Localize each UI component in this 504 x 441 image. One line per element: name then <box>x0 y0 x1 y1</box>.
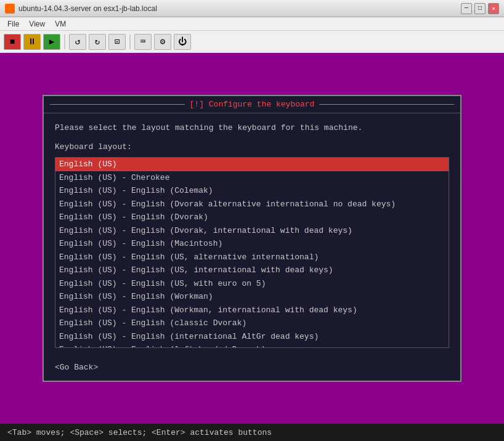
pause-button[interactable]: ⏸ <box>23 34 41 50</box>
go-back-button[interactable]: <Go Back> <box>55 363 98 372</box>
list-item[interactable]: English (US) - English (Colemak) <box>55 184 449 198</box>
list-item[interactable]: English (US) - English (Dvorak) <box>55 211 449 224</box>
toolbar-separator-2 <box>129 34 131 49</box>
list-item[interactable]: English (US) <box>55 158 449 171</box>
title-dash-left <box>50 104 185 105</box>
statusbar: <Tab> moves; <Space> selects; <Enter> ac… <box>0 424 504 441</box>
dialog-titlebar: [!] Configure the keyboard <box>44 96 460 113</box>
list-item[interactable]: English (US) - English (Dvorak, internat… <box>55 224 449 238</box>
send-ctrl-alt-del-button[interactable]: ⌨ <box>134 34 152 50</box>
list-item[interactable]: English (US) - English (international Al… <box>55 330 449 344</box>
menu-vm[interactable]: VM <box>50 18 71 30</box>
menu-file[interactable]: File <box>2 18 24 30</box>
app-icon <box>5 4 15 14</box>
toolbar-separator-1 <box>64 34 65 49</box>
titlebar: ubuntu-14.04.3-server on esx1-jb-lab.loc… <box>0 0 504 17</box>
window-controls: ─ □ ✕ <box>461 3 499 14</box>
list-item[interactable]: English (US) - English (US, with euro on… <box>55 277 449 291</box>
minimize-button[interactable]: ─ <box>461 3 472 14</box>
menu-view[interactable]: View <box>24 18 50 30</box>
keyboard-layout-list[interactable]: English (US)English (US) - CherokeeEngli… <box>55 157 449 348</box>
list-item[interactable]: English (US) - English (Dvorak alternati… <box>55 198 449 211</box>
window-title: ubuntu-14.04.3-server on esx1-jb-lab.loc… <box>18 4 461 13</box>
list-item[interactable]: English (US) - Cherokee <box>55 171 449 185</box>
list-item[interactable]: English (US) - English (Workman, interna… <box>55 304 449 317</box>
terminal-dialog: [!] Configure the keyboard Please select… <box>43 95 461 382</box>
list-item[interactable]: English (US) - English (Macintosh) <box>55 237 449 251</box>
title-dash-right <box>319 104 454 105</box>
list-item[interactable]: English (US) - English (US, internationa… <box>55 264 449 277</box>
dialog-description: Please select the layout matching the ke… <box>55 122 449 135</box>
main-area: [!] Configure the keyboard Please select… <box>0 53 504 424</box>
dialog-title: [!] Configure the keyboard <box>190 100 315 109</box>
close-button[interactable]: ✕ <box>488 3 499 14</box>
reset-button[interactable]: ↻ <box>89 34 106 50</box>
list-item[interactable]: English (US) - English (US, alternative … <box>55 251 449 264</box>
stop-button[interactable]: ■ <box>4 34 21 50</box>
maximize-button[interactable]: □ <box>474 3 486 14</box>
snapshot-button[interactable]: ⊡ <box>108 34 126 50</box>
dialog-footer: <Go Back> <box>44 357 460 381</box>
dialog-body: Please select the layout matching the ke… <box>44 113 460 357</box>
list-item[interactable]: English (US) - English (left handed Dvor… <box>55 343 449 348</box>
toolbar: ■ ⏸ ▶ ↺ ↻ ⊡ ⌨ ⚙ ⏻ <box>0 31 504 53</box>
statusbar-text: <Tab> moves; <Space> selects; <Enter> ac… <box>7 428 272 437</box>
settings-button[interactable]: ⚙ <box>154 34 171 50</box>
menubar: File View VM <box>0 17 504 31</box>
play-button[interactable]: ▶ <box>43 34 60 50</box>
power-button[interactable]: ⏻ <box>174 34 191 50</box>
keyboard-layout-label: Keyboard layout: <box>55 141 449 154</box>
refresh-button[interactable]: ↺ <box>69 34 86 50</box>
list-item[interactable]: English (US) - English (classic Dvorak) <box>55 317 449 330</box>
list-item[interactable]: English (US) - English (Workman) <box>55 290 449 304</box>
